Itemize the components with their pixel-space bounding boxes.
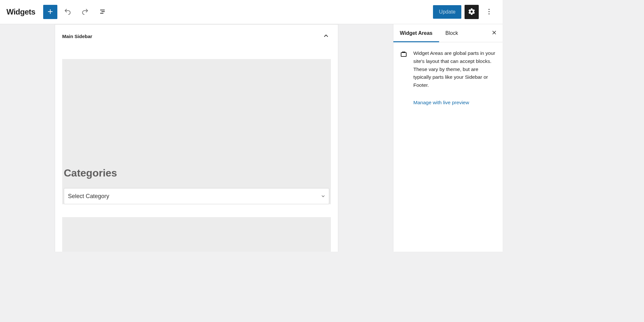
- undo-button[interactable]: [61, 5, 75, 19]
- category-select[interactable]: Select Category: [64, 188, 329, 204]
- redo-icon: [81, 8, 89, 16]
- widget-block-categories[interactable]: Categories Select Category: [62, 59, 331, 204]
- update-button[interactable]: Update: [433, 5, 461, 19]
- chevron-up-icon: [322, 35, 330, 40]
- svg-rect-10: [401, 53, 406, 56]
- sidebar-content: Widget Areas are global parts in your si…: [393, 42, 503, 113]
- widget-area-body: Categories Select Category: [55, 46, 338, 252]
- redo-button[interactable]: [78, 5, 92, 19]
- categories-heading: Categories: [64, 167, 329, 179]
- widget-block-spacer: [62, 59, 331, 167]
- document-overview-button[interactable]: [95, 5, 110, 19]
- widget-areas-icon: [400, 49, 408, 106]
- list-view-icon: [99, 8, 106, 16]
- settings-button[interactable]: [465, 5, 479, 19]
- widget-area-title: Main Sidebar: [62, 34, 92, 39]
- svg-point-7: [488, 13, 489, 14]
- editor-canvas[interactable]: Main Sidebar Categories Select Catego: [0, 24, 393, 252]
- close-sidebar-button[interactable]: [489, 28, 499, 38]
- add-block-button[interactable]: [43, 5, 57, 19]
- options-button[interactable]: [482, 5, 496, 19]
- editor-header: Widgets Update: [0, 0, 503, 24]
- category-select-value: Select Category: [68, 193, 109, 200]
- manage-live-preview-link[interactable]: Manage with live preview: [413, 100, 496, 106]
- sidebar-tabs: Widget Areas Block: [393, 24, 503, 42]
- svg-point-6: [488, 11, 489, 12]
- tab-widget-areas[interactable]: Widget Areas: [393, 24, 439, 42]
- settings-sidebar: Widget Areas Block Widget Areas are glob…: [393, 24, 503, 252]
- more-vertical-icon: [485, 8, 493, 16]
- plus-icon: [46, 8, 54, 16]
- widget-block-next[interactable]: [62, 217, 331, 252]
- widget-area-panel: Main Sidebar Categories Select Catego: [55, 24, 338, 252]
- page-title: Widgets: [6, 7, 35, 16]
- gear-icon: [468, 8, 476, 16]
- tab-block[interactable]: Block: [439, 24, 465, 42]
- collapse-button[interactable]: [321, 31, 331, 42]
- undo-icon: [64, 8, 72, 16]
- body-area: Main Sidebar Categories Select Catego: [0, 24, 503, 252]
- header-right-group: Update: [433, 5, 496, 19]
- widget-area-header[interactable]: Main Sidebar: [55, 25, 338, 46]
- svg-point-5: [488, 9, 489, 10]
- sidebar-description: Widget Areas are global parts in your si…: [413, 49, 496, 89]
- header-left-group: Widgets: [6, 5, 110, 19]
- close-icon: [491, 29, 497, 37]
